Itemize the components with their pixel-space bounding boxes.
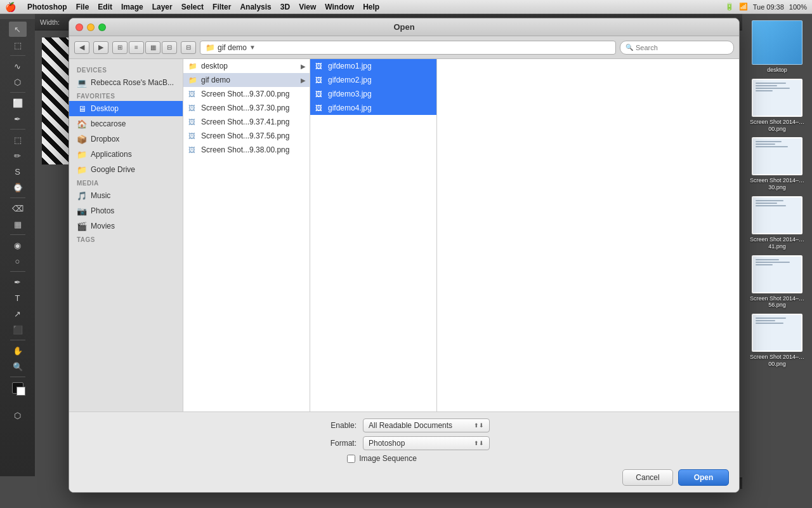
movies-label: Movies bbox=[91, 222, 115, 231]
search-input[interactable] bbox=[636, 44, 718, 51]
apple-menu[interactable]: 🍎 bbox=[5, 2, 16, 12]
tool-path-selection[interactable]: ↗ bbox=[9, 306, 27, 321]
tool-magic-wand[interactable]: ⬡ bbox=[9, 74, 27, 90]
sidebar-item-photos[interactable]: 📷 Photos bbox=[69, 203, 183, 218]
menu-time: Tue 09:38 bbox=[753, 3, 784, 11]
tool-blur[interactable]: ◉ bbox=[9, 237, 27, 253]
file-item-ss3[interactable]: 🖼 Screen Shot...9.37.41.png bbox=[183, 115, 310, 129]
tool-zoom[interactable]: 🔍 bbox=[9, 359, 27, 374]
music-icon: 🎵 bbox=[77, 191, 87, 201]
file-item-gifdemo4[interactable]: 🖼 gifdemo4.jpg bbox=[310, 101, 436, 115]
tool-text[interactable]: T bbox=[9, 290, 27, 305]
menu-select[interactable]: Select bbox=[181, 3, 204, 11]
image-sequence-label: Image Sequence bbox=[359, 454, 417, 463]
open-button[interactable]: Open bbox=[678, 469, 729, 486]
view-column-btn[interactable]: ▦ bbox=[145, 41, 160, 54]
sidebar-item-desktop[interactable]: 🖥 Desktop bbox=[69, 101, 183, 116]
image-sequence-checkbox[interactable] bbox=[347, 455, 355, 463]
file-item-gifdemo1[interactable]: 🖼 gifdemo1.jpg bbox=[310, 59, 436, 73]
tool-lasso[interactable]: ∿ bbox=[9, 58, 27, 74]
dialog-bottom: Enable: All Readable Documents ⬆⬇ Format… bbox=[69, 411, 739, 492]
window-close-btn[interactable] bbox=[75, 23, 83, 31]
menu-3d[interactable]: 3D bbox=[280, 3, 290, 11]
view-icon-btn[interactable]: ⊞ bbox=[112, 41, 128, 54]
menu-filter[interactable]: Filter bbox=[213, 3, 231, 11]
tool-eyedropper[interactable]: ✒ bbox=[9, 111, 27, 126]
dialog-titlebar: Open bbox=[69, 18, 739, 36]
location-text: gif demo bbox=[218, 43, 247, 52]
sidebar-item-music[interactable]: 🎵 Music bbox=[69, 188, 183, 203]
toolbar-sep-5 bbox=[10, 234, 25, 235]
sidebar-item-applications[interactable]: 📁 Applications bbox=[69, 147, 183, 162]
tool-clone[interactable]: S bbox=[9, 164, 27, 179]
tool-eraser[interactable]: ⌫ bbox=[9, 201, 27, 216]
view-list-btn[interactable]: ≡ bbox=[129, 41, 144, 54]
tool-marquee[interactable]: ⬚ bbox=[9, 37, 27, 53]
enable-row: Enable: All Readable Documents ⬆⬇ bbox=[79, 418, 729, 432]
menu-view[interactable]: View bbox=[299, 3, 316, 11]
tool-move[interactable]: ↖ bbox=[9, 22, 27, 37]
tool-dodge[interactable]: ○ bbox=[9, 253, 27, 269]
toolbar-sep-4 bbox=[10, 197, 25, 198]
right-panel: desktop Screen Shot 2014–…00.png Screen … bbox=[742, 14, 812, 508]
menu-help[interactable]: Help bbox=[363, 3, 379, 11]
menu-analysis[interactable]: Analysis bbox=[240, 3, 271, 11]
window-minimize-btn[interactable] bbox=[87, 23, 95, 31]
menu-battery: 🔋 bbox=[725, 3, 734, 11]
menu-image[interactable]: Image bbox=[121, 3, 143, 11]
tool-quick-mask[interactable]: ⬡ bbox=[9, 408, 27, 423]
menu-photoshop[interactable]: Photoshop bbox=[27, 3, 67, 11]
desktop-thumb-blue[interactable]: desktop bbox=[749, 20, 805, 74]
sidebar-item-beccarose[interactable]: 🏠 beccarose bbox=[69, 116, 183, 131]
file-item-ss1[interactable]: 🖼 Screen Shot...9.37.00.png bbox=[183, 87, 310, 101]
file-name-desktop: desktop bbox=[201, 62, 304, 70]
menu-edit[interactable]: Edit bbox=[98, 3, 112, 11]
tool-patch[interactable]: ⬚ bbox=[9, 132, 27, 147]
file-panels: 📁 desktop ▶ 📁 gif demo ▶ 🖼 Screen Shot..… bbox=[183, 59, 739, 411]
thumb-screenshot-2[interactable]: Screen Shot 2014–…30.png bbox=[749, 137, 805, 191]
thumb-screenshot-3[interactable]: Screen Shot 2014–…41.png bbox=[749, 196, 805, 250]
file-item-desktop[interactable]: 📁 desktop ▶ bbox=[183, 59, 310, 73]
format-label: Format: bbox=[318, 439, 357, 448]
tool-gradient[interactable]: ▦ bbox=[9, 217, 27, 232]
thumb-screenshot-5[interactable]: Screen Shot 2014–…00.png bbox=[749, 314, 805, 368]
file-item-ss5[interactable]: 🖼 Screen Shot...9.38.00.png bbox=[183, 143, 310, 157]
toolbar-sep-7 bbox=[10, 340, 25, 340]
dialog-title: Open bbox=[393, 22, 414, 32]
window-maximize-btn[interactable] bbox=[98, 23, 106, 31]
tool-brush[interactable]: ✏ bbox=[9, 148, 27, 163]
menu-file[interactable]: File bbox=[76, 3, 89, 11]
location-dropdown-arrow[interactable]: ▼ bbox=[249, 44, 256, 51]
file-item-gifdemo[interactable]: 📁 gif demo ▶ bbox=[183, 73, 310, 87]
view-gallery-btn[interactable]: ⊟ bbox=[162, 41, 177, 54]
file-item-ss2[interactable]: 🖼 Screen Shot...9.37.30.png bbox=[183, 101, 310, 115]
format-select[interactable]: Photoshop ⬆⬇ bbox=[363, 436, 490, 450]
sidebar-item-dropbox[interactable]: 📦 Dropbox bbox=[69, 131, 183, 147]
thumb-screenshot-4[interactable]: Screen Shot 2014–…56.png bbox=[749, 255, 805, 309]
media-section-title: MEDIA bbox=[69, 177, 183, 188]
view-extra-btn[interactable]: ⊟ bbox=[181, 41, 196, 54]
menu-layer[interactable]: Layer bbox=[152, 3, 173, 11]
tool-shapes[interactable]: ⬛ bbox=[9, 322, 27, 337]
nav-back-btn[interactable]: ◀ bbox=[74, 41, 89, 54]
search-box[interactable]: 🔍 bbox=[620, 41, 734, 55]
tool-history[interactable]: ⌚ bbox=[9, 180, 27, 195]
sidebar-item-macbook[interactable]: 💻 Rebecca Rose's MacB... bbox=[69, 75, 183, 90]
sidebar-item-movies[interactable]: 🎬 Movies bbox=[69, 218, 183, 234]
menu-window[interactable]: Window bbox=[325, 3, 354, 11]
thumb-screenshot-1[interactable]: Screen Shot 2014–…00.png bbox=[749, 79, 805, 133]
nav-forward-btn[interactable]: ▶ bbox=[93, 41, 108, 54]
cancel-button[interactable]: Cancel bbox=[622, 469, 673, 486]
sidebar-item-googledrive[interactable]: 📁 Google Drive bbox=[69, 162, 183, 177]
tool-pen[interactable]: ✒ bbox=[9, 274, 27, 290]
file-item-gifdemo3[interactable]: 🖼 gifdemo3.jpg bbox=[310, 87, 436, 101]
tool-hand[interactable]: ✋ bbox=[9, 343, 27, 358]
thumb-label-3: Screen Shot 2014–…41.png bbox=[749, 236, 805, 250]
enable-select[interactable]: All Readable Documents ⬆⬇ bbox=[363, 418, 490, 432]
tool-crop[interactable]: ⬜ bbox=[9, 95, 27, 110]
tool-foreground-color[interactable] bbox=[12, 382, 23, 394]
location-folder-icon: 📁 bbox=[206, 43, 215, 52]
location-bar[interactable]: 📁 gif demo ▼ bbox=[200, 41, 616, 55]
file-item-ss4[interactable]: 🖼 Screen Shot...9.37.56.png bbox=[183, 129, 310, 143]
file-item-gifdemo2[interactable]: 🖼 gifdemo2.jpg bbox=[310, 73, 436, 87]
